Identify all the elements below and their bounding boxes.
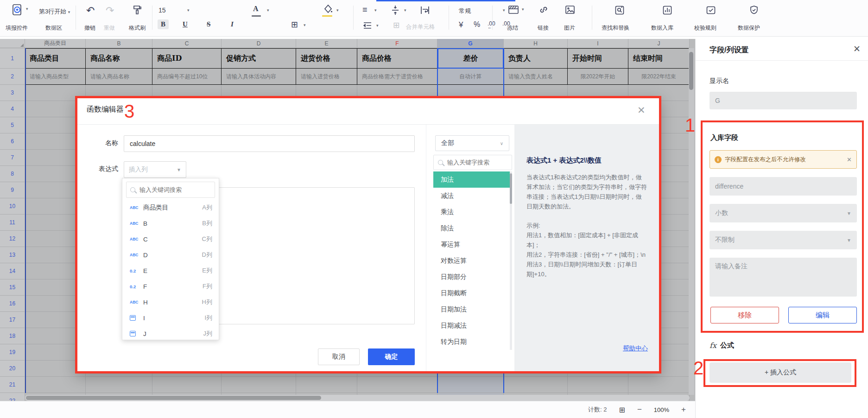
- hint-cell[interactable]: 请输入商品类型: [25, 69, 86, 85]
- horizontal-align-caret-icon[interactable]: ▾: [374, 8, 377, 13]
- function-item-除法[interactable]: 除法: [433, 220, 512, 236]
- column-search-field[interactable]: [126, 182, 215, 198]
- undo-label[interactable]: 撤销: [84, 24, 95, 32]
- column-header-E[interactable]: E: [296, 39, 357, 48]
- column-option-I[interactable]: II列: [122, 310, 219, 326]
- column-header-J[interactable]: J: [628, 39, 690, 48]
- underline-button[interactable]: U: [183, 20, 188, 28]
- indent-icon[interactable]: [362, 21, 373, 30]
- row-number-10[interactable]: 10: [0, 198, 25, 215]
- function-search-field[interactable]: [433, 155, 512, 170]
- vertical-scrollbar[interactable]: [689, 48, 694, 395]
- function-search-input[interactable]: [446, 158, 508, 166]
- row-number-8[interactable]: 8: [0, 166, 25, 182]
- edit-button[interactable]: 编辑: [788, 307, 857, 323]
- column-header-D[interactable]: D: [222, 39, 296, 48]
- row-number-18[interactable]: 18: [0, 328, 25, 344]
- header-cell-商品类目[interactable]: 商品类目: [25, 48, 86, 69]
- row-number-2[interactable]: 2: [0, 69, 25, 85]
- row-number-7[interactable]: 7: [0, 150, 25, 166]
- header-cell-商品名称[interactable]: 商品名称: [86, 48, 152, 69]
- hint-cell[interactable]: 限2022年结束: [628, 69, 690, 85]
- link-label[interactable]: 链接: [538, 24, 549, 32]
- row-number-3[interactable]: 3: [0, 85, 25, 101]
- hint-cell[interactable]: 请输入商品名称: [86, 69, 152, 85]
- validation-rules-icon[interactable]: [705, 5, 716, 16]
- cell[interactable]: [296, 377, 357, 393]
- grid-view-icon[interactable]: ⊞: [619, 405, 625, 414]
- column-header-I[interactable]: I: [568, 39, 628, 48]
- hint-cell[interactable]: 请输入进货价格: [296, 69, 357, 85]
- function-item-幂运算[interactable]: 幂运算: [433, 236, 512, 253]
- zoom-in-button[interactable]: +: [681, 405, 686, 414]
- column-option-C[interactable]: ABCCC列: [122, 231, 219, 247]
- horizontal-scrollbar-thumb[interactable]: [26, 396, 321, 400]
- freeze-icon[interactable]: [507, 5, 520, 15]
- font-size-caret-icon[interactable]: ▾: [187, 8, 190, 13]
- insert-column-select[interactable]: 插入列 ▼: [124, 161, 186, 178]
- format-painter-icon[interactable]: [132, 5, 143, 16]
- header-cell-差价[interactable]: 差价: [437, 48, 504, 69]
- freeze-caret-icon[interactable]: ▾: [522, 7, 524, 12]
- column-header-商品类目[interactable]: 商品类目: [25, 39, 86, 48]
- field-limit-select[interactable]: 不限制▼: [710, 231, 857, 249]
- row-number-19[interactable]: 19: [0, 344, 25, 361]
- hint-cell[interactable]: 请输入负责人姓名: [504, 69, 568, 85]
- row-number-6[interactable]: 6: [0, 133, 25, 150]
- column-option-商品类目[interactable]: ABC商品类目A列: [122, 200, 219, 215]
- currency-format-icon[interactable]: ¥: [459, 21, 463, 29]
- row-number-4[interactable]: 4: [0, 101, 25, 117]
- row-number-15[interactable]: 15: [0, 279, 25, 296]
- hint-cell[interactable]: 商品价格需大于进货价格: [357, 69, 437, 85]
- warning-close-icon[interactable]: ✕: [847, 156, 852, 163]
- help-center-link[interactable]: 帮助中心: [623, 344, 648, 353]
- confirm-button[interactable]: 确定: [368, 348, 415, 365]
- redo-icon[interactable]: ↷: [106, 6, 114, 16]
- header-cell-促销方式[interactable]: 促销方式: [222, 48, 296, 69]
- header-cell-结束时间[interactable]: 结束时间: [628, 48, 690, 69]
- find-replace-icon[interactable]: [614, 5, 625, 16]
- borders-caret-icon[interactable]: ▾: [304, 23, 306, 27]
- insert-formula-button[interactable]: + 插入公式: [710, 362, 851, 383]
- fill-widget-icon[interactable]: [11, 4, 23, 17]
- cell[interactable]: [504, 377, 568, 393]
- data-protection-icon[interactable]: [748, 5, 760, 16]
- row-number-16[interactable]: 16: [0, 296, 25, 312]
- column-header-C[interactable]: C: [152, 39, 222, 48]
- data-warehouse-label[interactable]: 数据入库: [651, 24, 673, 32]
- header-cell-商品ID[interactable]: 商品ID: [152, 48, 222, 69]
- field-name-input[interactable]: difference: [710, 177, 857, 196]
- picture-label[interactable]: 图片: [564, 24, 575, 32]
- font-color-caret-icon[interactable]: ▾: [267, 8, 269, 13]
- cell[interactable]: [25, 377, 86, 393]
- merge-cells-label[interactable]: 合并单元格: [406, 23, 435, 31]
- undo-icon[interactable]: ↶: [86, 6, 95, 16]
- function-item-日期部分[interactable]: 日期部分: [433, 269, 512, 285]
- cell[interactable]: [437, 377, 504, 393]
- row-number-9[interactable]: 9: [0, 182, 25, 198]
- number-format-caret-icon[interactable]: ▾: [503, 8, 505, 13]
- column-option-H[interactable]: ABCHH列: [122, 294, 219, 310]
- decrease-decimal-icon[interactable]: .00←: [488, 21, 495, 30]
- vertical-align-caret-icon[interactable]: ▾: [404, 8, 406, 13]
- cell[interactable]: [86, 377, 152, 393]
- function-name-input[interactable]: [124, 135, 415, 152]
- column-header-B[interactable]: B: [86, 39, 152, 48]
- display-name-input[interactable]: G: [710, 92, 857, 109]
- column-option-D[interactable]: ABCDD列: [122, 247, 219, 263]
- header-cell-商品价格[interactable]: 商品价格: [357, 48, 437, 69]
- row-number-22[interactable]: 22: [0, 393, 25, 401]
- panel-close-icon[interactable]: ✕: [853, 44, 861, 54]
- row-number-20[interactable]: 20: [0, 361, 25, 377]
- function-list-scrollbar-thumb[interactable]: [510, 173, 512, 204]
- select-all-corner[interactable]: [0, 39, 25, 48]
- header-cell-负责人[interactable]: 负责人: [504, 48, 568, 69]
- column-header-F[interactable]: F: [357, 39, 437, 48]
- data-start-select[interactable]: 第3行开始 ▾: [39, 7, 70, 16]
- cell[interactable]: [152, 377, 222, 393]
- fill-widget-label[interactable]: 填报控件: [6, 24, 28, 32]
- hint-cell[interactable]: 限2022年开始: [568, 69, 628, 85]
- cell[interactable]: [568, 377, 628, 393]
- remove-button[interactable]: 移除: [710, 307, 779, 323]
- function-item-日期减法[interactable]: 日期减法: [433, 317, 512, 334]
